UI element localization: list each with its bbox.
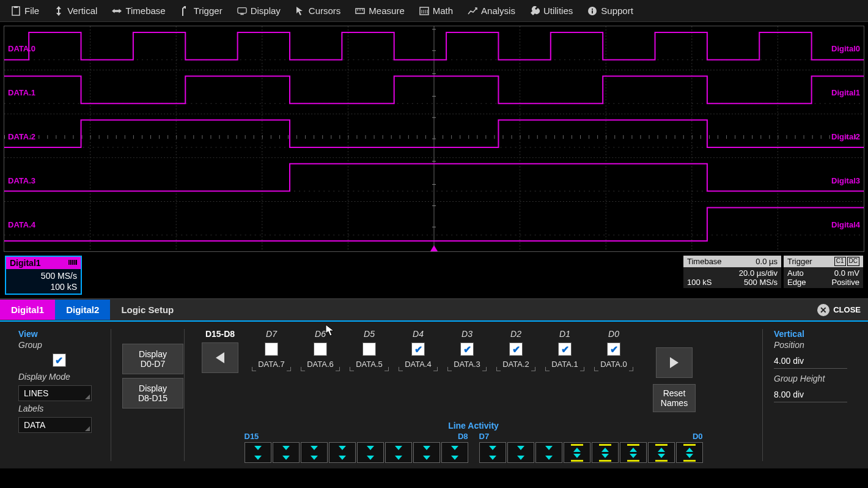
channel-label-digital4: Digital4: [831, 220, 860, 229]
bit-column-d2: D2 DATA.2: [491, 329, 540, 369]
channel-label-digital2: Digital2: [831, 132, 860, 141]
range-label: D15-D8: [205, 329, 235, 339]
display-mode-label: Display Mode: [18, 372, 100, 382]
group-checkbox[interactable]: [53, 353, 66, 367]
menu-timebase[interactable]: Timebase: [105, 2, 172, 20]
svg-rect-2: [238, 7, 246, 13]
bit-name-d2[interactable]: DATA.2: [502, 360, 529, 369]
menu-display[interactable]: Display: [230, 2, 288, 20]
bit-checkbox-d7[interactable]: [265, 342, 278, 356]
bit-id-d2: D2: [510, 329, 521, 339]
info-row: Digital1 500 MS/s 100 kS Timebase0.0 µs …: [0, 256, 868, 295]
bit-checkbox-d4[interactable]: [411, 342, 425, 356]
menu-file[interactable]: File: [4, 2, 46, 20]
position-value[interactable]: 4.00 div: [774, 353, 847, 369]
line-activity-indicator: [507, 442, 534, 463]
bit-checkbox-d1[interactable]: [558, 342, 572, 356]
bit-id-d6: D6: [315, 329, 326, 339]
bit-name-d7[interactable]: DATA.7: [258, 360, 285, 369]
bit-checkbox-d3[interactable]: [460, 342, 474, 356]
labels-label: Labels: [18, 404, 100, 413]
channel-label-digital1: Digital1: [831, 88, 860, 97]
svg-rect-3: [240, 13, 243, 15]
menu-support[interactable]: Support: [580, 2, 641, 20]
channel-label-data1: DATA.1: [8, 88, 35, 97]
clipboard-icon: [11, 6, 21, 16]
measure-icon: [355, 6, 365, 16]
trigger-level: 0.0 mV: [834, 268, 859, 278]
bit-checkbox-d6[interactable]: [314, 342, 327, 356]
display-icon: [237, 6, 247, 16]
view-title: View: [18, 329, 100, 339]
group-height-value[interactable]: 8.00 div: [774, 387, 847, 402]
svg-marker-45: [430, 245, 438, 251]
trigger-src: C1: [834, 257, 846, 266]
bit-column-d1: D1 DATA.1: [540, 329, 589, 369]
timebase-pos: 0.0 µs: [756, 257, 778, 266]
menu-utilities[interactable]: Utilities: [523, 2, 580, 20]
menu-bar: File Vertical Timebase Trigger Display C…: [0, 0, 868, 22]
display-d8-d15-button[interactable]: Display D8-D15: [122, 378, 183, 409]
timebase-title: Timebase: [687, 257, 722, 266]
labels-select[interactable]: DATA: [18, 417, 92, 433]
menu-trigger[interactable]: Trigger: [173, 2, 230, 20]
bit-name-d3[interactable]: DATA.3: [454, 360, 480, 369]
close-button[interactable]: ✕ CLOSE: [810, 304, 868, 316]
la-d7: D7: [479, 432, 490, 441]
menu-vertical-label: Vertical: [67, 6, 97, 16]
line-activity-indicator: [273, 442, 300, 463]
menu-analysis[interactable]: Analysis: [460, 2, 523, 20]
line-activity-indicator: [535, 442, 562, 463]
bit-name-d0[interactable]: DATA.0: [600, 360, 627, 369]
menu-cursors[interactable]: Cursors: [288, 2, 348, 20]
bit-checkbox-d2[interactable]: [509, 342, 523, 356]
trigger-title: Trigger: [787, 257, 812, 266]
line-activity-indicator: [676, 442, 703, 463]
next-range-button[interactable]: [656, 347, 693, 378]
view-group-label: Group: [18, 340, 100, 350]
line-activity-indicator: [648, 442, 675, 463]
bit-checkbox-d5[interactable]: [362, 342, 376, 356]
bit-name-d5[interactable]: DATA.5: [356, 360, 383, 369]
display-d0-d7-button[interactable]: Display D0-D7: [122, 344, 183, 374]
waveform-display[interactable]: DATA.0 Digital0 DATA.1 Digital1 DATA.2 D…: [4, 26, 864, 252]
bit-name-d1[interactable]: DATA.1: [551, 360, 578, 369]
bit-name-d4[interactable]: DATA.4: [405, 360, 432, 369]
menu-vertical[interactable]: Vertical: [46, 2, 105, 20]
timebase-div: 20.0 µs/div: [739, 268, 778, 278]
menu-support-label: Support: [601, 6, 633, 16]
info-icon: [587, 6, 597, 16]
digital-setup-panel: View Group Display Mode LINES Labels DAT…: [0, 322, 868, 468]
digital-channel-badge[interactable]: Digital1 500 MS/s 100 kS: [5, 256, 82, 295]
svg-rect-0: [12, 7, 20, 15]
tab-digital2[interactable]: Digital2: [55, 300, 110, 320]
digital-badge-title: Digital1: [10, 258, 41, 268]
prev-range-button[interactable]: [202, 342, 238, 373]
menu-analysis-label: Analysis: [481, 6, 515, 16]
bit-id-d4: D4: [413, 329, 424, 339]
bit-id-d0: D0: [608, 329, 619, 339]
vertical-arrows-icon: [54, 6, 64, 16]
bit-name-d6[interactable]: DATA.6: [307, 360, 334, 369]
line-activity-indicator: [385, 442, 412, 463]
tab-digital1[interactable]: Digital1: [0, 300, 55, 320]
timebase-readout[interactable]: Timebase0.0 µs 20.0 µs/div 100 kS500 MS/…: [683, 256, 781, 288]
bit-checkbox-d0[interactable]: [607, 342, 620, 356]
line-activity-indicator: [329, 442, 356, 463]
trigger-type: Edge: [787, 278, 806, 287]
menu-measure[interactable]: Measure: [348, 2, 411, 20]
menu-file-label: File: [24, 6, 39, 16]
trigger-readout[interactable]: Trigger C1 DC Auto0.0 mV EdgePositive: [784, 256, 863, 288]
bit-id-d5: D5: [364, 329, 375, 339]
reset-names-button[interactable]: Reset Names: [653, 384, 696, 412]
display-mode-select[interactable]: LINES: [18, 385, 92, 401]
bit-id-d7: D7: [266, 329, 277, 339]
channel-label-data2: DATA.2: [8, 132, 35, 141]
tab-logic-setup[interactable]: Logic Setup: [110, 300, 185, 320]
position-label: Position: [774, 340, 850, 350]
horizontal-arrows-icon: [112, 6, 122, 16]
channel-label-digital0: Digital0: [831, 44, 860, 53]
menu-math[interactable]: Math: [412, 2, 460, 20]
cursor-icon: [295, 6, 305, 16]
channel-label-data4: DATA.4: [8, 220, 35, 229]
